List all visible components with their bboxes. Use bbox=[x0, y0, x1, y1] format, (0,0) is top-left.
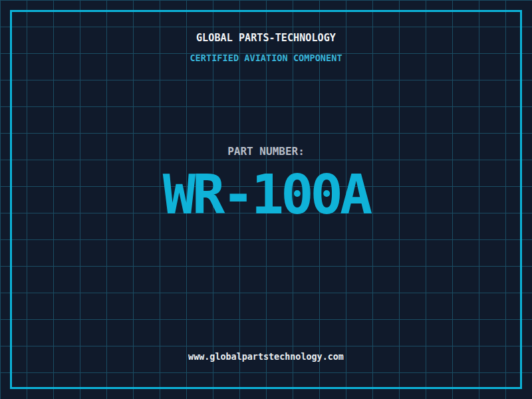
part-number-label: PART NUMBER: bbox=[0, 146, 532, 157]
certification-subtitle: CERTIFIED AVIATION COMPONENT bbox=[0, 54, 532, 63]
part-number-value: WR-100A bbox=[0, 168, 532, 222]
company-name: GLOBAL PARTS-TECHNOLOGY bbox=[0, 33, 532, 43]
website-url: www.globalpartstechnology.com bbox=[0, 352, 532, 361]
